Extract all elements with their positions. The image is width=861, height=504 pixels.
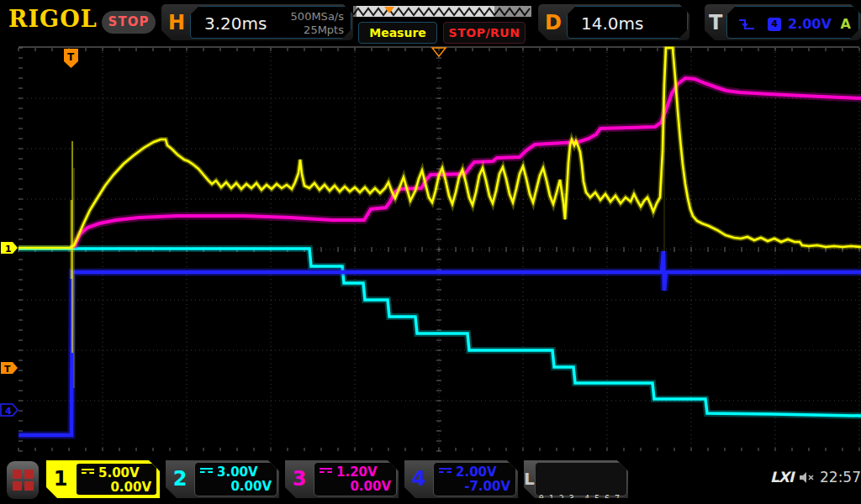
- timebase-value: 3.20ms: [204, 13, 267, 34]
- memory-depth: 25Mpts: [291, 24, 344, 37]
- svg-text:4: 4: [5, 406, 12, 417]
- channel3-number: 3: [285, 460, 314, 498]
- memory-bar-offscreen: [494, 6, 531, 17]
- horizontal-box: 3.20ms 500MSa/s 25Mpts: [190, 6, 351, 39]
- waveform-canvas: 1 T 4 T: [0, 46, 861, 458]
- acquisition-info: 500MSa/s 25Mpts: [291, 10, 344, 38]
- trigger-label: T: [709, 11, 722, 34]
- delay-box: 14.0ms: [567, 6, 688, 39]
- logic-label: L: [524, 460, 535, 498]
- svg-text:T: T: [4, 364, 11, 375]
- ch4-trace: [18, 251, 861, 435]
- bottom-status-bar: 1 5.00V 0.00V 2 3.00V 0.00V 3 1.20V 0.00…: [0, 458, 861, 504]
- lxi-indicator: LXI: [770, 469, 793, 486]
- ch2-scale: 3.00V: [217, 465, 258, 480]
- run-state-indicator[interactable]: STOP: [102, 11, 156, 34]
- clock: 22:57: [820, 469, 861, 486]
- stop-run-button[interactable]: STOP/RUN: [443, 22, 526, 44]
- trigger-block[interactable]: T 4 2.00V A: [705, 4, 861, 40]
- ch4-scale: 2.00V: [456, 465, 497, 480]
- waveform-display: 1 T 4 T: [0, 46, 861, 458]
- svg-text:1: 1: [5, 244, 12, 255]
- memory-bar-edge: [353, 6, 357, 17]
- measure-button[interactable]: Measure: [358, 22, 437, 44]
- channel1-number: 1: [46, 460, 75, 498]
- logic-channels-row1: 0 1 2 3 4 5 6 7: [539, 492, 625, 504]
- ch3-offset: 0.00V: [320, 479, 391, 494]
- oscilloscope-screen: RIGOL STOP H 3.20ms 500MSa/s 25Mpts Meas…: [0, 0, 861, 504]
- ch4-offset: -7.00V: [439, 479, 510, 494]
- trigger-box: 4 2.00V A: [726, 6, 859, 39]
- channel4-box[interactable]: 4 2.00V -7.00V: [404, 460, 518, 498]
- trigger-mode: A: [841, 16, 851, 32]
- svg-text:T: T: [67, 51, 75, 63]
- trigger-position-flag[interactable]: T: [64, 49, 78, 68]
- delay-block[interactable]: D 14.0ms: [538, 4, 689, 40]
- ch4-position-marker[interactable]: 4: [1, 404, 18, 417]
- delay-value: 14.0ms: [581, 13, 643, 34]
- channel3-box[interactable]: 3 1.20V 0.00V: [285, 460, 399, 498]
- channel1-box[interactable]: 1 5.00V 0.00V: [46, 460, 160, 498]
- channel2-box[interactable]: 2 3.00V 0.00V: [166, 460, 279, 498]
- ch2-offset: 0.00V: [200, 479, 272, 494]
- channel2-number: 2: [166, 460, 194, 498]
- ch1-scale: 5.00V: [98, 465, 140, 480]
- trigger-source-badge: 4: [768, 18, 781, 31]
- horizontal-block[interactable]: H 3.20ms 500MSa/s 25Mpts: [161, 4, 353, 40]
- ch1-position-marker[interactable]: 1: [1, 242, 18, 255]
- menu-button[interactable]: [7, 461, 39, 499]
- trigger-level-marker[interactable]: T: [1, 362, 18, 375]
- ch3-coupling-icon: [320, 468, 332, 476]
- ch1-offset: 0.00V: [82, 480, 151, 495]
- channel4-number: 4: [404, 460, 433, 498]
- rigol-logo: RIGOL: [8, 6, 98, 32]
- menu-grid-icon: [13, 470, 34, 491]
- ch3-scale: 1.20V: [336, 465, 378, 480]
- memory-position-bar[interactable]: [353, 6, 531, 17]
- horizontal-label: H: [168, 11, 185, 34]
- delay-label: D: [545, 11, 562, 34]
- top-status-bar: RIGOL STOP H 3.20ms 500MSa/s 25Mpts Meas…: [0, 0, 861, 46]
- logic-analyzer-box[interactable]: L 0 1 2 3 4 5 6 7 8 9 1011 12131415: [524, 460, 628, 498]
- falling-edge-icon: [737, 18, 756, 31]
- ch4-coupling-icon: [439, 468, 452, 476]
- trigger-level-value: 2.00V: [788, 16, 832, 32]
- sample-rate: 500MSa/s: [291, 10, 344, 24]
- ch2-coupling-icon: [200, 468, 213, 476]
- speaker-muted-icon[interactable]: [799, 471, 816, 484]
- ch4-trace-glow: [18, 251, 861, 435]
- ch1-coupling-icon: [82, 469, 94, 477]
